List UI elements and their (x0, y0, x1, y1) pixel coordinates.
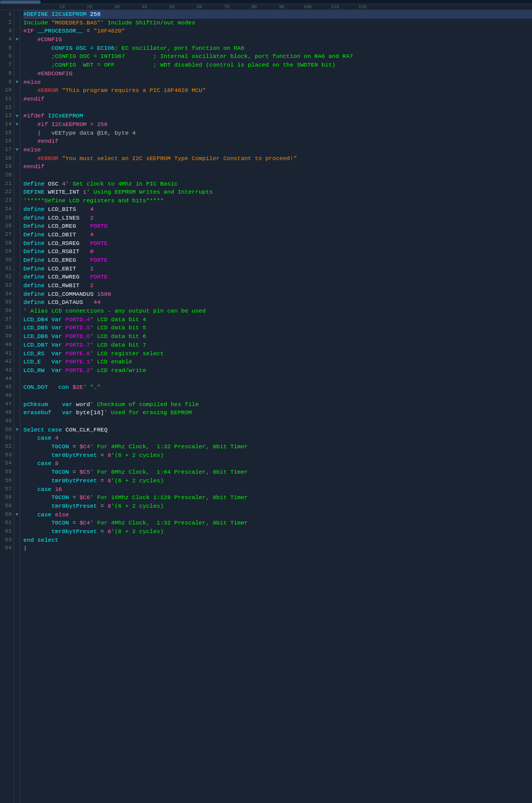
code-line[interactable] (23, 392, 532, 400)
code-line[interactable]: define LCD_COMMANDUS 1500 (23, 290, 532, 299)
code-line[interactable]: LCD_E Var PORTE.1' LCD enable (23, 358, 532, 366)
line-number: 36 (0, 307, 12, 316)
code-line[interactable]: Define LCD_EREG PORTE (23, 256, 532, 265)
code-content: #if I2CsEEPROM = 256 (23, 120, 108, 129)
fold-indicator (14, 265, 20, 273)
code-line[interactable]: DEFINE WRITE_INT 1' Using EEPROM Writes … (23, 188, 532, 197)
fold-indicator (14, 392, 20, 400)
code-line[interactable]: Define LCD_DREG PORTD (23, 222, 532, 231)
code-line[interactable]: T0CON = $C5' For 8Mhz Clock, 1:64 Presca… (23, 468, 532, 477)
code-line[interactable]: ;CONFIG OSC = INTIO67 ; Internal oscilla… (23, 52, 532, 61)
code-content: LCD_DB5 Var PORTD.5' LCD data bit 5 (23, 324, 146, 332)
code-line[interactable]: Define LCD_RSREG PORTE (23, 239, 532, 248)
code-line[interactable]: case 8 (23, 459, 532, 468)
code-line[interactable]: '*****Define LCD registers and bits***** (23, 197, 532, 205)
code-content: #ifdef I2CsEEPROM (23, 112, 83, 120)
fold-indicator[interactable]: ▼ (14, 112, 20, 120)
code-line[interactable]: case else (23, 511, 532, 519)
code-line[interactable]: #endif (23, 95, 532, 104)
code-line[interactable]: define LCD_BITS 4 (23, 205, 532, 214)
code-line[interactable]: LCD_DB4 Var PORTD.4' LCD data bit 4 (23, 316, 532, 324)
code-line[interactable]: #CONFIG (23, 36, 532, 44)
fold-indicator (14, 400, 20, 409)
code-line[interactable]: | (23, 544, 532, 553)
code-area[interactable]: #DEFINE I2CsEEPROM 256Include "MODEDEFS.… (20, 10, 532, 803)
editor: 1234567891011121314151617181920212223242… (0, 10, 532, 803)
line-number: 60 (0, 511, 12, 519)
code-content: LCD_RW Var PORTE.2' LCD read/write (23, 366, 146, 375)
code-line[interactable]: tmr0bytPreset = 8'(6 + 2 cycles) (23, 477, 532, 485)
code-line[interactable]: tmr0bytPreset = 8'(6 + 2 cycles) (23, 502, 532, 511)
code-line[interactable] (23, 171, 532, 180)
code-content: #else (23, 146, 41, 155)
fold-indicator (14, 214, 20, 223)
fold-indicator[interactable]: ▼ (14, 146, 20, 155)
code-line[interactable] (23, 417, 532, 426)
scrollbar-top[interactable] (0, 0, 532, 4)
fold-indicator (14, 129, 20, 138)
code-line[interactable]: #if I2CsEEPROM = 256 (23, 120, 532, 129)
code-line[interactable]: Include "MODEDEFS.BAS"' Include Shiftin/… (23, 19, 532, 27)
code-line[interactable]: Define LCD_EBIT 1 (23, 265, 532, 273)
code-line[interactable]: #ifdef I2CsEEPROM (23, 112, 532, 120)
code-line[interactable]: LCD_RS Var PORTE.0' LCD register select (23, 350, 532, 358)
code-line[interactable]: ' Alias LCD connections - any output pin… (23, 307, 532, 316)
line-number: 51 (0, 434, 12, 443)
code-line[interactable]: case 4 (23, 434, 532, 443)
line-number: 14 (0, 120, 12, 129)
line-number: 10 (0, 86, 12, 95)
line-number: 38 (0, 324, 12, 332)
code-line[interactable]: #endif (23, 137, 532, 146)
code-line[interactable] (23, 375, 532, 384)
code-line[interactable]: T0CON = $C4' For 4Mhz Clock, 1:32 Presca… (23, 519, 532, 528)
code-content: LCD_E Var PORTE.1' LCD enable (23, 358, 132, 366)
code-line[interactable]: CON_DOT con $2E' "." (23, 383, 532, 392)
code-line[interactable]: #endif (23, 163, 532, 171)
code-line[interactable]: Select case CON_CLK_FREQ (23, 426, 532, 435)
line-number: 50 (0, 426, 12, 435)
fold-indicator (14, 86, 20, 95)
code-line[interactable]: #else (23, 78, 532, 87)
line-number: 4 (0, 36, 12, 44)
scrollbar-thumb[interactable] (0, 1, 41, 4)
fold-indicator (14, 383, 20, 392)
code-content: '*****Define LCD registers and bits***** (23, 197, 164, 205)
fold-indicator[interactable]: ▼ (14, 36, 20, 44)
code-line[interactable]: pChksum var word' Checksum of compiled h… (23, 400, 532, 409)
code-line[interactable]: #DEFINE I2CsEEPROM 256 (23, 10, 532, 19)
code-content: #ERROR "This program requires a PIC 18F4… (23, 86, 206, 95)
code-line[interactable]: define LCD_LINES 2 (23, 214, 532, 223)
code-line[interactable]: #ENDCONFIG (23, 70, 532, 78)
code-line[interactable]: tmr0bytPreset = 8'(6 + 2 cycles) (23, 451, 532, 460)
code-line[interactable]: T0CON = $C6' For 16Mhz Clock 1:128 Presc… (23, 493, 532, 502)
code-line[interactable]: define LCD_RWREG PORTE (23, 273, 532, 282)
code-line[interactable]: #IF __PROCESSOR__ = "18F4620" (23, 27, 532, 36)
fold-indicator[interactable]: ▼ (14, 78, 20, 87)
code-line[interactable]: tmr0bytPreset = 8'(6 + 2 cycles) (23, 528, 532, 536)
fold-indicator[interactable]: ▼ (14, 120, 20, 129)
code-line[interactable] (23, 104, 532, 112)
code-line[interactable]: ;CONFIG WDT = OFF ; WDT disabled (contro… (23, 61, 532, 70)
code-line[interactable]: #ERROR "This program requires a PIC 18F4… (23, 86, 532, 95)
code-line[interactable]: define LCD_RWBIT 2 (23, 282, 532, 290)
code-line[interactable]: LCD_DB5 Var PORTD.5' LCD data bit 5 (23, 324, 532, 332)
code-line[interactable]: case 16 (23, 485, 532, 494)
code-line[interactable]: T0CON = $C4' For 4Mhz Clock, 1:32 Presca… (23, 443, 532, 451)
code-content: Define LCD_RSREG PORTE (23, 239, 108, 248)
code-line[interactable]: erasebuf var byte[16]' Used for erasing … (23, 409, 532, 417)
code-line[interactable]: end select (23, 536, 532, 545)
fold-indicator (14, 417, 20, 426)
fold-indicator[interactable]: ▼ (14, 426, 20, 435)
code-line[interactable]: Define LCD_RSBIT 0 (23, 248, 532, 256)
code-line[interactable]: | vEEType data @16, byte 4 (23, 129, 532, 138)
fold-indicator[interactable]: ▼ (14, 511, 20, 519)
code-line[interactable]: define LCD_DATAUS 44 (23, 298, 532, 307)
code-line[interactable]: Define LCD_DBIT 4 (23, 231, 532, 239)
code-line[interactable]: CONFIG OSC = ECIO6; EC oscillator, port … (23, 44, 532, 53)
code-line[interactable]: define OSC 4' Set clock to 4Mhz in PIC B… (23, 180, 532, 189)
code-line[interactable]: LCD_DB6 Var PORTD.6' LCD data bit 6 (23, 332, 532, 341)
code-line[interactable]: LCD_RW Var PORTE.2' LCD read/write (23, 366, 532, 375)
code-line[interactable]: #else (23, 146, 532, 155)
code-line[interactable]: LCD_DB7 Var PORTD.7' LCD data bit 7 (23, 341, 532, 350)
code-line[interactable]: #ERROR "You must select an I2C sEEPROM T… (23, 155, 532, 163)
